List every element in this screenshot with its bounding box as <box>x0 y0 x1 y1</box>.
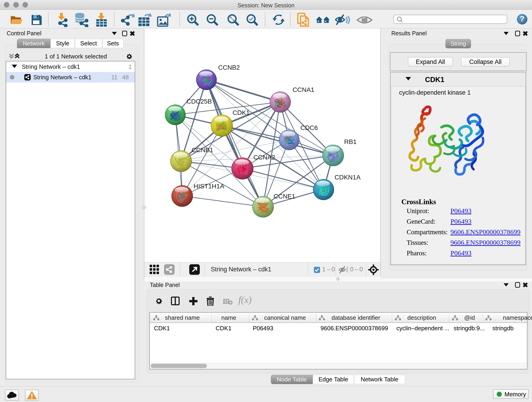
svg-text:CCNB1: CCNB1 <box>191 147 213 153</box>
svg-text:HIST1H1A: HIST1H1A <box>194 183 224 190</box>
svg-text:CDC25B: CDC25B <box>186 98 212 105</box>
svg-text:CDKN1A: CDKN1A <box>335 174 361 181</box>
svg-text:CCNA1: CCNA1 <box>293 86 314 93</box>
svg-text:RB1: RB1 <box>344 138 356 145</box>
svg-text:CCNB2: CCNB2 <box>218 64 240 71</box>
svg-text:CDK1: CDK1 <box>233 109 250 116</box>
svg-text:CDC6: CDC6 <box>300 124 318 131</box>
svg-text:CCNE1: CCNE1 <box>273 193 295 200</box>
svg-text:CCNA2: CCNA2 <box>253 154 275 161</box>
